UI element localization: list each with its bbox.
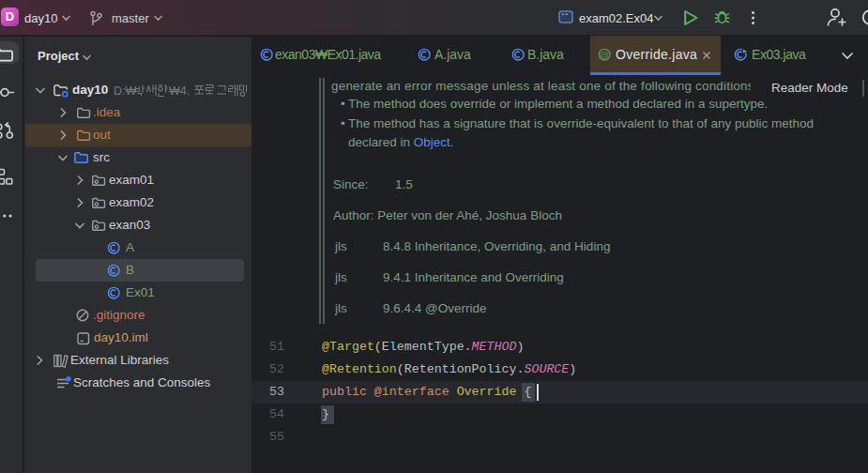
svg-text:@: @ bbox=[600, 50, 609, 60]
